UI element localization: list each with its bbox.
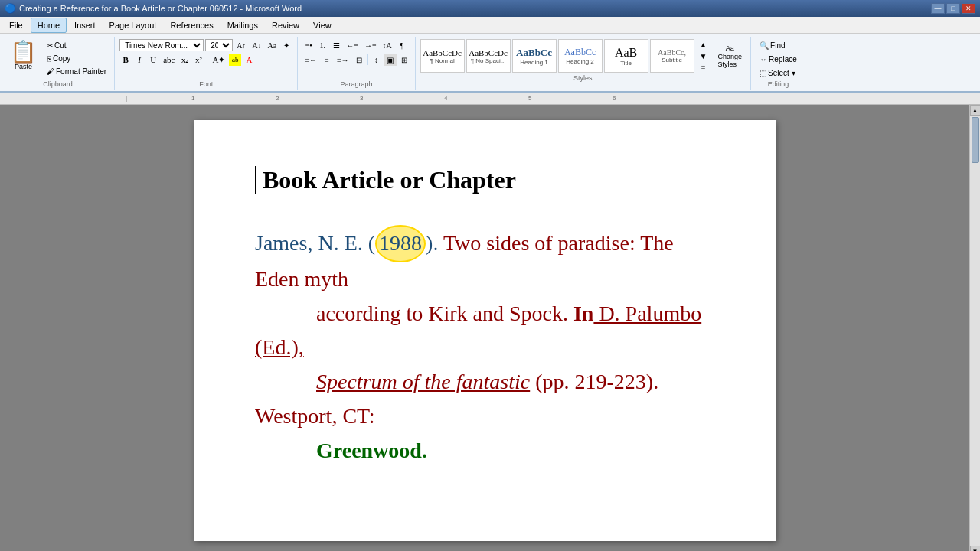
scroll-thumb[interactable] bbox=[972, 117, 979, 163]
styles-scroll: ▲ ▼ ≡ bbox=[697, 39, 710, 73]
minimize-button[interactable]: — bbox=[931, 3, 945, 14]
menu-page-layout[interactable]: Page Layout bbox=[103, 18, 163, 33]
clipboard-group: 📋 Paste ✂ Cut ⎘ Copy 🖌 Format Painter bbox=[3, 37, 115, 90]
cut-icon: ✂ bbox=[47, 41, 53, 50]
menu-view[interactable]: View bbox=[307, 18, 338, 33]
paste-label: Paste bbox=[15, 63, 32, 70]
strikethrough-button[interactable]: abc bbox=[161, 54, 177, 66]
style-normal[interactable]: AaBbCcDc ¶ Normal bbox=[420, 39, 465, 73]
para-row1: ≡• 1. ☰ ←≡ →≡ ↕A ¶ bbox=[302, 39, 408, 51]
editing-label: Editing bbox=[756, 80, 801, 88]
scroll-down-button[interactable]: ▼ bbox=[970, 546, 981, 551]
line-spacing-button[interactable]: ↕ bbox=[371, 54, 383, 66]
format-painter-button[interactable]: 🖌 Format Painter bbox=[44, 65, 109, 77]
ref-author: James, N. E. bbox=[255, 231, 368, 255]
superscript-button[interactable]: x² bbox=[192, 54, 204, 66]
ref-publisher: Westport, CT: bbox=[255, 404, 375, 428]
menu-mailings[interactable]: Mailings bbox=[221, 18, 264, 33]
ref-book: Spectrum of the fantastic bbox=[316, 370, 530, 393]
editing-group: 🔍 Find ↔ Replace ⬚ Select ▾ Editing bbox=[753, 37, 805, 90]
sort-button[interactable]: ↕A bbox=[381, 39, 394, 51]
ref-year: 1988 bbox=[375, 225, 426, 262]
style-no-spacing-preview: AaBbCcDc bbox=[469, 48, 508, 57]
font-group: Times New Rom... 20 A↑ A↓ Aa ✦ B I U abc… bbox=[116, 37, 298, 90]
change-case-button[interactable]: Aa bbox=[266, 39, 279, 51]
text-effects-button[interactable]: A✦ bbox=[210, 54, 227, 66]
style-heading1-name: Heading 1 bbox=[520, 59, 547, 66]
font-row1: Times New Rom... 20 A↑ A↓ Aa ✦ bbox=[119, 39, 292, 51]
copy-icon: ⎘ bbox=[47, 54, 51, 63]
bold-button[interactable]: B bbox=[119, 54, 132, 66]
change-styles-button[interactable]: Aa ChangeStyles bbox=[714, 42, 746, 70]
font-size-select[interactable]: 20 bbox=[205, 39, 233, 51]
shading-button[interactable]: ▣ bbox=[384, 54, 397, 66]
word-page[interactable]: Book Article or Chapter James, N. E. (19… bbox=[194, 120, 776, 541]
word-icon: 🔵 bbox=[5, 3, 16, 14]
style-title[interactable]: AaB Title bbox=[604, 39, 648, 73]
subscript-button[interactable]: x₂ bbox=[178, 54, 191, 66]
paste-button[interactable]: 📋 Paste bbox=[6, 39, 41, 73]
find-icon: 🔍 bbox=[760, 41, 769, 50]
align-right-button[interactable]: ≡→ bbox=[335, 54, 351, 66]
window-title: Creating a Reference for a Book Article … bbox=[19, 4, 302, 13]
menu-insert[interactable]: Insert bbox=[68, 18, 102, 33]
menu-review[interactable]: Review bbox=[266, 18, 305, 33]
decrease-indent-button[interactable]: ←≡ bbox=[344, 39, 361, 51]
underline-button[interactable]: U bbox=[147, 54, 159, 66]
style-subtitle[interactable]: AaBbCc, Subtitle bbox=[650, 39, 694, 73]
multilevel-button[interactable]: ☰ bbox=[330, 39, 342, 51]
styles-scroll-up[interactable]: ▲ bbox=[697, 39, 710, 51]
style-heading2-preview: AaBbCc bbox=[564, 47, 596, 58]
numbering-button[interactable]: 1. bbox=[316, 39, 328, 51]
clipboard-controls: 📋 Paste ✂ Cut ⎘ Copy 🖌 Format Painter bbox=[6, 39, 109, 79]
scroll-track[interactable] bbox=[972, 116, 979, 546]
select-icon: ⬚ bbox=[760, 69, 766, 77]
style-title-preview: AaB bbox=[615, 46, 637, 60]
editing-controls: 🔍 Find ↔ Replace ⬚ Select ▾ bbox=[756, 39, 801, 79]
bullets-button[interactable]: ≡• bbox=[302, 39, 315, 51]
text-highlight-button[interactable]: ab bbox=[229, 54, 241, 66]
menu-references[interactable]: References bbox=[164, 18, 219, 33]
paragraph-label: Paragraph bbox=[302, 80, 410, 88]
style-heading1[interactable]: AaBbCc Heading 1 bbox=[512, 39, 557, 73]
window-controls[interactable]: — □ ✕ bbox=[931, 3, 975, 14]
ruler: | 1 2 3 4 5 6 bbox=[0, 93, 980, 105]
style-no-spacing[interactable]: AaBbCcDc ¶ No Spaci... bbox=[466, 39, 511, 73]
copy-button[interactable]: ⎘ Copy bbox=[44, 52, 109, 64]
scroll-up-button[interactable]: ▲ bbox=[970, 105, 981, 116]
italic-button[interactable]: I bbox=[133, 54, 145, 66]
format-painter-icon: 🖌 bbox=[47, 67, 54, 76]
document-area: Book Article or Chapter James, N. E. (19… bbox=[0, 105, 969, 551]
show-formatting-button[interactable]: ¶ bbox=[396, 39, 408, 51]
font-name-select[interactable]: Times New Rom... bbox=[119, 39, 204, 51]
style-no-spacing-name: ¶ No Spaci... bbox=[471, 57, 506, 64]
increase-indent-button[interactable]: →≡ bbox=[362, 39, 379, 51]
styles-scroll-down[interactable]: ▼ bbox=[697, 51, 710, 62]
replace-button[interactable]: ↔ Replace bbox=[756, 53, 801, 65]
cut-button[interactable]: ✂ Cut bbox=[44, 39, 109, 51]
close-button[interactable]: ✕ bbox=[962, 3, 975, 14]
font-color-button[interactable]: A bbox=[243, 54, 255, 66]
vertical-scrollbar[interactable]: ▲ ▼ bbox=[969, 105, 980, 551]
align-center-button[interactable]: ≡ bbox=[321, 54, 333, 66]
style-heading2[interactable]: AaBbCc Heading 2 bbox=[558, 39, 603, 73]
change-styles: Aa ChangeStyles bbox=[714, 42, 746, 70]
menu-home[interactable]: Home bbox=[31, 18, 67, 33]
styles-more[interactable]: ≡ bbox=[697, 61, 710, 73]
select-button[interactable]: ⬚ Select ▾ bbox=[756, 67, 799, 79]
align-left-button[interactable]: ≡← bbox=[302, 54, 319, 66]
replace-icon: ↔ bbox=[760, 55, 767, 64]
document-reference: James, N. E. (1988). Two sides of paradi… bbox=[255, 225, 714, 468]
style-heading1-preview: AaBbCc bbox=[516, 47, 552, 59]
sep1 bbox=[207, 54, 207, 65]
menu-file[interactable]: File bbox=[3, 18, 29, 33]
find-button[interactable]: 🔍 Find bbox=[756, 39, 789, 51]
clear-formatting-button[interactable]: ✦ bbox=[280, 39, 292, 51]
grow-font-button[interactable]: A↑ bbox=[234, 39, 248, 51]
maximize-button[interactable]: □ bbox=[946, 3, 960, 14]
style-heading2-name: Heading 2 bbox=[566, 58, 593, 65]
justify-button[interactable]: ⊟ bbox=[353, 54, 365, 66]
style-subtitle-preview: AaBbCc, bbox=[658, 48, 686, 57]
shrink-font-button[interactable]: A↓ bbox=[250, 39, 263, 51]
border-button[interactable]: ⊞ bbox=[398, 54, 410, 66]
